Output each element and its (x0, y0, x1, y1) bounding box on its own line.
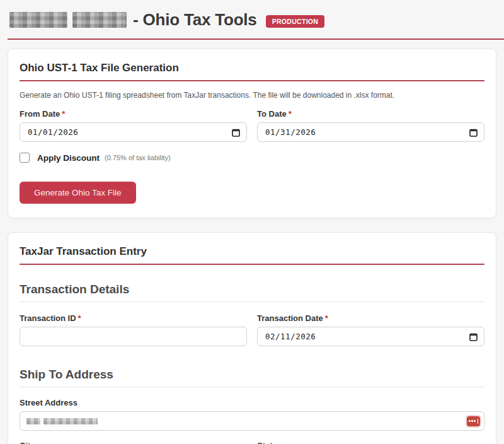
generate-ohio-tax-file-button[interactable]: Generate Ohio Tax File (20, 182, 136, 204)
transaction-date-label: Transaction Date* (257, 313, 484, 323)
required-asterisk: * (289, 109, 292, 119)
calendar-icon[interactable] (232, 128, 240, 137)
redacted-street-value-part2 (43, 418, 98, 424)
taxjar-card-title: TaxJar Transaction Entry (20, 243, 484, 258)
from-date-input[interactable]: 01/01/2026 (20, 122, 247, 142)
redacted-company-name-word2 (72, 12, 127, 28)
header-divider (8, 38, 504, 40)
ust1-card-title: Ohio UST-1 Tax File Generation (20, 59, 484, 74)
calendar-icon[interactable] (469, 128, 478, 137)
required-asterisk: * (325, 313, 328, 323)
taxjar-title-underline (20, 264, 484, 265)
transaction-details-underline (20, 301, 484, 302)
street-address-label: Street Address (20, 398, 484, 407)
street-address-input[interactable] (20, 411, 484, 431)
redacted-company-name-word1 (9, 12, 67, 28)
page-title: - Ohio Tax Tools (133, 10, 257, 30)
taxjar-transaction-entry-card: TaxJar Transaction Entry Transaction Det… (8, 232, 496, 444)
apply-discount-checkbox[interactable] (20, 153, 30, 163)
transaction-id-input[interactable] (20, 327, 247, 346)
to-date-label: To Date* (257, 109, 484, 119)
to-date-value: 01/31/2026 (265, 127, 469, 137)
from-date-value: 01/01/2026 (28, 127, 232, 137)
from-date-label: From Date* (20, 109, 247, 119)
transaction-date-input[interactable]: 02/11/2026 (257, 327, 484, 346)
transaction-details-heading: Transaction Details (20, 283, 484, 296)
ust1-generation-card: Ohio UST-1 Tax File Generation Generate … (8, 49, 496, 218)
app-header: - Ohio Tax Tools PRODUCTION (0, 0, 504, 30)
transaction-date-value: 02/11/2026 (265, 332, 469, 341)
password-manager-autofill-icon[interactable] (467, 416, 480, 426)
environment-badge: PRODUCTION (266, 15, 325, 28)
redacted-street-value-part1 (26, 418, 40, 424)
transaction-id-label: Transaction ID* (20, 313, 247, 323)
required-asterisk: * (78, 313, 81, 323)
required-asterisk: * (62, 109, 65, 119)
apply-discount-label[interactable]: Apply Discount (37, 153, 100, 163)
apply-discount-note: (0.75% of tax liability) (105, 154, 171, 161)
ust1-description: Generate an Ohio UST-1 filing spreadshee… (20, 91, 484, 100)
to-date-input[interactable]: 01/31/2026 (257, 122, 484, 142)
ship-to-address-heading: Ship To Address (20, 368, 484, 382)
ust1-title-underline (20, 80, 484, 81)
city-label: City (20, 441, 247, 444)
ship-to-address-underline (20, 387, 484, 387)
calendar-icon[interactable] (469, 332, 478, 341)
state-label: State (257, 441, 484, 444)
